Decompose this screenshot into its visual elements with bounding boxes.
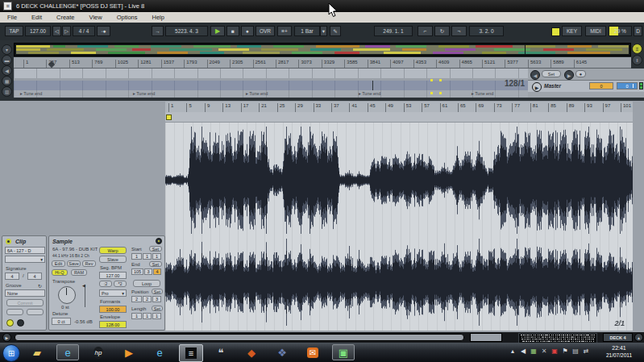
menu-item-edit[interactable]: Edit bbox=[24, 14, 49, 21]
save-button[interactable]: Save bbox=[67, 260, 81, 267]
play-button[interactable]: ▶ bbox=[210, 26, 225, 36]
master-play-icon[interactable]: ▶ bbox=[532, 82, 542, 92]
draw-mode-button[interactable]: ✎ bbox=[330, 26, 341, 36]
punch-position-field[interactable]: 249. 1. 1 bbox=[374, 26, 413, 36]
clip-marker-strip[interactable] bbox=[165, 112, 633, 123]
locator-label[interactable]: ▸ Tune end bbox=[359, 91, 380, 96]
position-beats[interactable]: 2 bbox=[143, 296, 152, 302]
position-sixteenths[interactable]: 3 bbox=[152, 296, 161, 302]
nudge-forward-button[interactable] bbox=[27, 309, 44, 315]
length-set-button[interactable]: Set bbox=[152, 306, 163, 311]
menu-item-options[interactable]: Options bbox=[110, 14, 145, 21]
warp-button[interactable]: Warp bbox=[99, 247, 127, 254]
info-view-toggle[interactable]: ▶ bbox=[2, 333, 11, 342]
quantization-select[interactable]: 1 Bar bbox=[294, 26, 320, 36]
nudge-back-button[interactable] bbox=[6, 309, 23, 315]
hp-icon[interactable]: hp bbox=[87, 344, 110, 360]
half-tempo-button[interactable]: :2 bbox=[99, 281, 112, 287]
disk-overload-indicator[interactable]: D bbox=[634, 26, 642, 36]
end-set-button[interactable]: Set bbox=[149, 261, 162, 267]
hot-swap-button[interactable] bbox=[156, 238, 162, 244]
loop-length-field[interactable]: 3. 2. 0 bbox=[469, 26, 504, 36]
menu-item-help[interactable]: Help bbox=[145, 14, 172, 21]
internet-explorer-icon[interactable]: e bbox=[56, 344, 79, 360]
explorer-icon[interactable]: ▰ bbox=[26, 344, 48, 360]
sync-icon[interactable]: ⇄ bbox=[581, 347, 591, 355]
clip-start-marker[interactable] bbox=[166, 114, 172, 120]
arrangement-ruler[interactable]: 1257513769102512811537179320492305256128… bbox=[14, 57, 631, 69]
menu-item-file[interactable]: File bbox=[0, 14, 24, 21]
loop-switch-button[interactable]: ↻ bbox=[434, 26, 450, 36]
slave-button[interactable]: Slave bbox=[99, 256, 127, 263]
tap-tempo-button[interactable]: TAP bbox=[5, 26, 23, 36]
trefoil-app-icon[interactable]: ◆ bbox=[240, 344, 263, 360]
media-player-icon[interactable]: ▶ bbox=[118, 344, 140, 360]
messenger-icon[interactable]: ❝ bbox=[210, 344, 232, 360]
draw-indicator[interactable] bbox=[551, 27, 560, 36]
warp-mode-select[interactable]: Pro▾ bbox=[99, 289, 127, 297]
locator-label[interactable]: ▸ Tune end bbox=[133, 91, 155, 96]
punch-out-button[interactable]: ¬ bbox=[451, 26, 467, 36]
nudge-up-button[interactable]: ▷ bbox=[62, 26, 71, 36]
length-bars[interactable]: 1 bbox=[131, 313, 142, 319]
flag-icon[interactable]: ⚑ bbox=[560, 347, 570, 355]
start-bars[interactable]: 1 bbox=[131, 253, 142, 260]
antivirus-icon[interactable]: ▣ bbox=[550, 347, 559, 355]
tray-expand-icon[interactable]: ▴ bbox=[508, 347, 517, 355]
punch-in-button[interactable]: ⌐ bbox=[418, 26, 433, 36]
mail-icon[interactable]: ✉ bbox=[301, 344, 324, 360]
taskbar-clock[interactable]: 22:41 21/07/2011 bbox=[597, 344, 641, 359]
locator-label[interactable]: ▸ Tune end bbox=[246, 91, 268, 96]
position-set-button[interactable]: Set bbox=[152, 289, 163, 294]
length-beats[interactable]: 1 bbox=[143, 313, 152, 319]
length-sixteenths[interactable]: 1 bbox=[152, 313, 161, 319]
waveform-top[interactable] bbox=[165, 127, 633, 234]
locator-label[interactable]: ▸ Tune end bbox=[20, 91, 42, 96]
time-signature-field[interactable]: 4 / 4 bbox=[73, 26, 95, 36]
network-icon[interactable]: ▦ bbox=[529, 347, 538, 355]
clip-box-toggle-led[interactable] bbox=[6, 319, 14, 327]
loop-button[interactable]: Loop bbox=[133, 280, 160, 287]
formants-field[interactable]: 100.00 bbox=[99, 306, 127, 313]
start-button[interactable]: ⊞ bbox=[2, 344, 20, 362]
menu-item-create[interactable]: Create bbox=[49, 14, 82, 21]
ableton-live-icon[interactable]: ≡ bbox=[179, 344, 203, 362]
menu-item-view[interactable]: View bbox=[82, 14, 110, 21]
internet-explorer-2-icon[interactable]: e bbox=[148, 344, 171, 360]
metronome-button[interactable]: ◦● bbox=[97, 26, 110, 36]
loop-set-button[interactable]: Set bbox=[542, 70, 561, 77]
track-io-button[interactable]: ‖ bbox=[632, 55, 642, 65]
locator-label[interactable]: ▸ Tune end bbox=[472, 91, 493, 96]
loop-nudge-left-button[interactable]: ◀ bbox=[530, 70, 540, 80]
midi-map-button[interactable]: MIDI bbox=[585, 26, 606, 36]
waveform-bottom[interactable] bbox=[165, 239, 633, 326]
cluster-app-icon[interactable]: ❖ bbox=[271, 344, 293, 360]
seg-bpm-field[interactable]: 127.00 bbox=[99, 272, 127, 279]
clip-sig-numerator[interactable]: 4 bbox=[5, 273, 19, 280]
clip-view-chevron[interactable]: ▲ bbox=[634, 333, 643, 342]
clip-activator-led[interactable] bbox=[6, 239, 11, 244]
view-toggle-button-0[interactable]: ▾ bbox=[2, 44, 12, 55]
gain-slider-handle[interactable]: ◀ bbox=[82, 283, 85, 288]
key-map-button[interactable]: KEY bbox=[562, 26, 582, 36]
detune-field[interactable]: 0 ct bbox=[52, 318, 71, 325]
view-toggle-button-3[interactable]: ▦ bbox=[2, 76, 12, 86]
stop-button[interactable]: ■ bbox=[226, 26, 239, 36]
overview-zoom-button[interactable]: ≡ bbox=[632, 44, 642, 54]
lock-button[interactable]: ● bbox=[575, 70, 586, 77]
quantization-arrow-icon[interactable]: ▾ bbox=[320, 26, 327, 36]
arrangement-position-field[interactable]: 5223. 4. 3 bbox=[165, 26, 208, 36]
start-beats[interactable]: 1 bbox=[143, 253, 152, 260]
position-bars[interactable]: 2 bbox=[131, 296, 142, 302]
deck-select-button[interactable]: DECK 4 bbox=[603, 333, 633, 342]
groove-refresh-icon[interactable]: ↻ bbox=[38, 283, 42, 289]
transpose-knob[interactable] bbox=[58, 286, 76, 304]
end-beats[interactable]: 3 bbox=[144, 268, 152, 275]
clip-name-field[interactable]: 6A - 127 - D bbox=[5, 247, 45, 254]
double-tempo-button[interactable]: *2 bbox=[114, 281, 127, 287]
arrangement-overview[interactable] bbox=[14, 43, 631, 56]
updates-icon[interactable]: ▤ bbox=[571, 347, 580, 355]
automation-arm-button[interactable]: ≡+ bbox=[277, 26, 292, 36]
follow-button[interactable]: → bbox=[152, 26, 164, 36]
clip-sig-denominator[interactable]: 4 bbox=[27, 273, 42, 280]
